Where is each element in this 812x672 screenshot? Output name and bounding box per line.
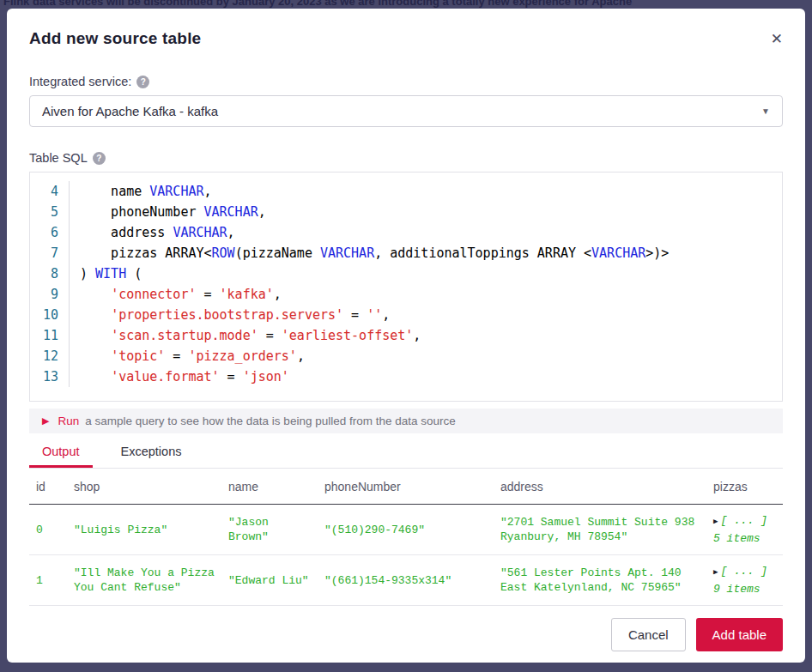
column-header-shop: shop bbox=[67, 469, 221, 505]
help-icon[interactable]: ? bbox=[93, 152, 106, 165]
code-token bbox=[80, 287, 111, 302]
cell-phone-number: "(510)290-7469" bbox=[318, 505, 494, 555]
column-header-pizzas: pizzas bbox=[706, 469, 783, 505]
code-token: 'topic' bbox=[111, 348, 165, 364]
help-icon[interactable]: ? bbox=[136, 76, 149, 88]
code-token: WITH bbox=[95, 266, 126, 282]
output-table-header: idshopnamephoneNumberaddresspizzas bbox=[29, 469, 783, 505]
line-number: 7 bbox=[30, 243, 70, 263]
code-token: , bbox=[274, 287, 282, 302]
code-line: 10 'properties.bootstrap.servers' = '', bbox=[30, 305, 782, 325]
code-text: 'properties.bootstrap.servers' = '', bbox=[70, 305, 390, 325]
code-text: ) WITH ( bbox=[70, 263, 142, 284]
code-token: , bbox=[227, 225, 235, 240]
code-token: 'connector' bbox=[111, 287, 196, 302]
code-token: address bbox=[80, 225, 173, 240]
cell-address: "2701 Samuel Summit Suite 938 Ryanbury, … bbox=[494, 505, 706, 555]
code-token: = bbox=[220, 369, 243, 384]
cell-pizzas: ▶[ ... ]9 items bbox=[706, 555, 783, 606]
code-text: 'value.format' = 'json' bbox=[70, 366, 289, 387]
code-line: 7 pizzas ARRAY<ROW(pizzaName VARCHAR, ad… bbox=[30, 243, 782, 263]
code-token: ( bbox=[126, 266, 142, 282]
code-token: 'earliest-offset' bbox=[282, 328, 414, 343]
close-icon[interactable]: ✕ bbox=[771, 32, 783, 46]
code-line: 8) WITH ( bbox=[30, 263, 782, 284]
line-number: 12 bbox=[30, 346, 70, 366]
code-text: name VARCHAR, bbox=[70, 181, 212, 202]
cell-pizzas: ▶[ ... ]5 items bbox=[706, 505, 783, 555]
code-line: 12 'topic' = 'pizza_orders', bbox=[30, 346, 782, 366]
code-token: VARCHAR bbox=[204, 204, 258, 220]
code-line: 5 phoneNumber VARCHAR, bbox=[30, 202, 782, 222]
modal-footer: Cancel Add table bbox=[29, 618, 783, 651]
code-text: pizzas ARRAY<ROW(pizzaName VARCHAR, addi… bbox=[70, 243, 669, 263]
code-text: 'topic' = 'pizza_orders', bbox=[70, 346, 305, 366]
code-token bbox=[80, 328, 111, 343]
modal-header: Add new source table ✕ bbox=[29, 29, 783, 48]
integrated-service-select[interactable]: Aiven for Apache Kafka - kafka ▼ bbox=[29, 95, 783, 127]
code-token: = bbox=[258, 328, 282, 343]
code-token bbox=[80, 348, 111, 364]
result-tabs: OutputExceptions bbox=[29, 437, 783, 469]
output-table: idshopnamephoneNumberaddresspizzas 0"Lui… bbox=[29, 469, 783, 606]
code-text: 'scan.startup.mode' = 'earliest-offset', bbox=[70, 325, 421, 346]
run-query-bar: ▶ Run a sample query to see how the data… bbox=[29, 409, 783, 433]
code-line: 4 name VARCHAR, bbox=[30, 181, 782, 202]
line-number: 6 bbox=[30, 222, 70, 243]
add-table-button[interactable]: Add table bbox=[696, 618, 783, 651]
tab-exceptions[interactable]: Exceptions bbox=[108, 437, 195, 468]
tab-output[interactable]: Output bbox=[29, 437, 93, 468]
code-token: VARCHAR bbox=[173, 225, 227, 240]
cell-id: 0 bbox=[29, 505, 67, 555]
expand-icon[interactable]: ▶ bbox=[713, 518, 718, 526]
chevron-down-icon: ▼ bbox=[761, 106, 770, 116]
code-token: (pizzaName bbox=[235, 245, 320, 261]
code-token: 'value.format' bbox=[111, 369, 219, 384]
pizzas-preview-text: [ ... ] bbox=[720, 514, 767, 527]
line-number: 5 bbox=[30, 202, 70, 222]
table-sql-label: Table SQL bbox=[29, 151, 88, 165]
code-token: = bbox=[196, 287, 219, 302]
code-token: = bbox=[165, 348, 188, 364]
code-line: 11 'scan.startup.mode' = 'earliest-offse… bbox=[30, 325, 782, 346]
column-header-address: address bbox=[494, 469, 706, 505]
code-line: 9 'connector' = 'kafka', bbox=[30, 284, 782, 305]
run-button[interactable]: Run bbox=[58, 415, 79, 427]
line-number: 4 bbox=[30, 181, 70, 202]
code-line: 13 'value.format' = 'json' bbox=[30, 366, 782, 387]
expand-icon[interactable]: ▶ bbox=[713, 568, 718, 577]
line-number: 9 bbox=[30, 284, 70, 305]
code-token: pizzas ARRAY< bbox=[80, 245, 212, 261]
code-token: name bbox=[80, 184, 149, 199]
cell-shop: "Ill Make You a Pizza You Cant Refuse" bbox=[67, 555, 221, 606]
code-token: VARCHAR bbox=[320, 245, 374, 261]
table-sql-label-row: Table SQL ? bbox=[29, 151, 783, 165]
code-token: '' bbox=[367, 307, 382, 323]
code-token: , additionalToppings ARRAY < bbox=[374, 245, 591, 261]
code-token: phoneNumber bbox=[80, 204, 204, 220]
code-text: phoneNumber VARCHAR, bbox=[70, 202, 266, 222]
cancel-button[interactable]: Cancel bbox=[611, 618, 686, 651]
table-row: 0"Luigis Pizza""Jason Brown""(510)290-74… bbox=[29, 505, 783, 555]
code-token: 'json' bbox=[243, 369, 289, 384]
pizzas-preview: ▶[ ... ] bbox=[713, 564, 776, 580]
line-number: 13 bbox=[30, 366, 70, 387]
sql-code-editor[interactable]: 4 name VARCHAR,5 phoneNumber VARCHAR,6 a… bbox=[29, 172, 783, 402]
integrated-service-label-row: Integrated service: ? bbox=[29, 75, 783, 88]
cell-address: "561 Lester Points Apt. 140 East Katelyn… bbox=[494, 555, 706, 606]
code-token bbox=[80, 369, 111, 384]
pizzas-preview: ▶[ ... ] bbox=[713, 513, 776, 530]
code-lines: 4 name VARCHAR,5 phoneNumber VARCHAR,6 a… bbox=[30, 181, 782, 387]
background-banner-text: Flink data services will be discontinued… bbox=[3, 0, 812, 8]
pizzas-preview-text: [ ... ] bbox=[720, 565, 767, 578]
code-token: 'pizza_orders' bbox=[188, 348, 296, 364]
code-token: , bbox=[382, 307, 390, 323]
code-token: = bbox=[343, 307, 367, 323]
code-token: , bbox=[297, 348, 305, 364]
code-token: VARCHAR bbox=[149, 184, 203, 199]
code-token: 'kafka' bbox=[220, 287, 274, 302]
code-token: 'scan.startup.mode' bbox=[111, 328, 258, 343]
add-new-source-table-modal: Add new source table ✕ Integrated servic… bbox=[7, 9, 805, 663]
cell-shop: "Luigis Pizza" bbox=[67, 505, 221, 555]
play-icon[interactable]: ▶ bbox=[42, 415, 49, 427]
